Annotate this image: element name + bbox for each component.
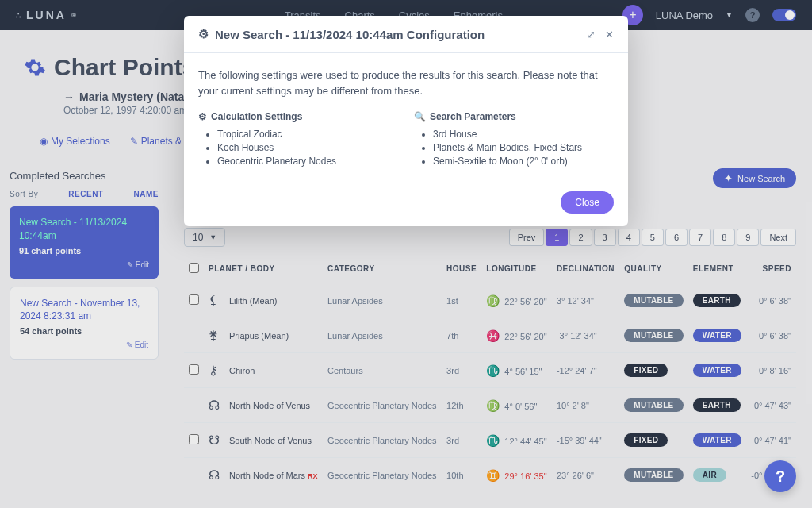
search-params-list: 3rd House Planets & Main Bodies, Fixed S… [414, 129, 614, 167]
settings-sliders-icon: ⚙ [198, 27, 209, 41]
calc-settings-list: Tropical Zodiac Koch Houses Geocentric P… [198, 129, 398, 167]
modal-title: New Search - 11/13/2024 10:44am Configur… [215, 28, 485, 41]
expand-icon[interactable]: ⤢ [587, 29, 596, 40]
search-small-icon: 🔍 [414, 111, 426, 122]
config-modal: ⚙ New Search - 11/13/2024 10:44am Config… [184, 16, 628, 226]
close-button[interactable]: Close [561, 191, 614, 214]
help-fab[interactable]: ? [764, 460, 796, 492]
modal-overlay[interactable]: ⚙ New Search - 11/13/2024 10:44am Config… [0, 0, 812, 508]
gear-small-icon: ⚙ [198, 111, 207, 122]
search-params-heading: Search Parameters [430, 111, 516, 122]
close-icon[interactable]: ✕ [605, 29, 614, 40]
modal-intro: The following settings were used to prod… [198, 67, 614, 98]
calc-settings-heading: Calculation Settings [211, 111, 302, 122]
